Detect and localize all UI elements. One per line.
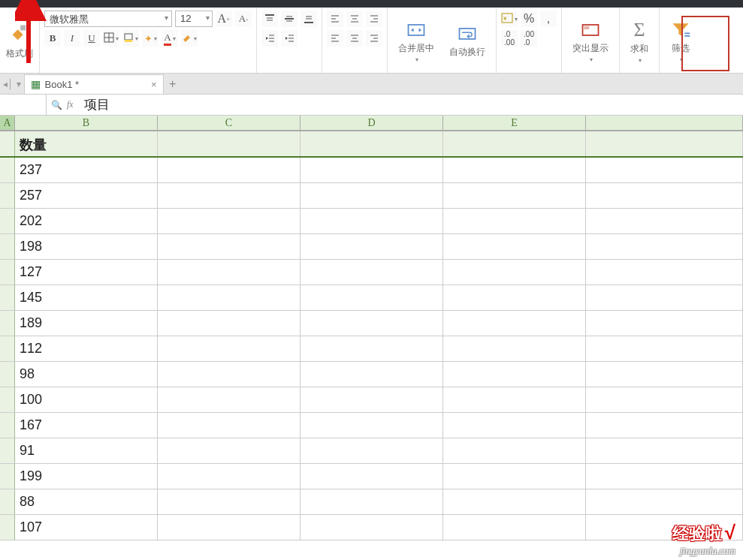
qat-dropdown-icon[interactable]: ▾ — [17, 79, 21, 89]
cell[interactable] — [443, 311, 586, 336]
close-tab-button[interactable]: × — [151, 79, 157, 90]
col-header-rest[interactable] — [586, 116, 743, 130]
col-header-E[interactable]: E — [443, 116, 586, 130]
cell[interactable] — [158, 362, 301, 387]
align-bottom-button[interactable] — [301, 11, 317, 27]
document-tab[interactable]: ▦ Book1 * × — [24, 74, 164, 94]
cell[interactable] — [301, 413, 443, 438]
cell[interactable] — [301, 158, 443, 182]
cell[interactable] — [586, 285, 743, 310]
align-middle-button[interactable] — [281, 11, 298, 27]
align-left2-button[interactable] — [327, 30, 343, 47]
cell[interactable] — [443, 515, 586, 540]
increase-font-button[interactable]: A+ — [216, 11, 232, 27]
cell[interactable] — [158, 413, 301, 438]
cell[interactable] — [158, 285, 301, 310]
cell[interactable]: 127 — [15, 260, 158, 285]
conditional-format-button[interactable]: 突出显示 — [566, 11, 615, 71]
cell[interactable] — [158, 489, 301, 514]
cell[interactable] — [0, 209, 15, 233]
cell[interactable] — [158, 260, 301, 285]
filter-button[interactable]: 筛选 — [664, 11, 697, 71]
font-color-button[interactable]: A — [162, 30, 178, 47]
cell[interactable] — [301, 464, 443, 489]
cell[interactable]: 202 — [15, 209, 158, 233]
cell[interactable] — [158, 183, 301, 208]
cell[interactable] — [443, 183, 586, 208]
cell[interactable] — [158, 515, 301, 540]
shape-fill-button[interactable]: ✦ — [142, 30, 159, 47]
cell[interactable] — [158, 234, 301, 259]
search-icon[interactable]: 🔍 — [51, 100, 62, 110]
cell[interactable]: 167 — [15, 413, 158, 438]
cell[interactable] — [301, 489, 443, 514]
cell[interactable] — [443, 234, 586, 259]
cell[interactable] — [301, 285, 443, 310]
cell[interactable] — [0, 515, 15, 540]
cell[interactable] — [586, 183, 743, 208]
cell[interactable] — [586, 158, 743, 182]
cell[interactable] — [0, 131, 15, 156]
highlight-button[interactable] — [181, 30, 198, 47]
format-painter-button[interactable]: 格式刷 — [5, 20, 35, 63]
cell[interactable] — [158, 131, 301, 156]
cell[interactable] — [158, 209, 301, 233]
cell[interactable] — [0, 285, 15, 310]
cell[interactable] — [0, 362, 15, 387]
cell[interactable]: 91 — [15, 438, 158, 463]
col-header-A[interactable]: A — [0, 116, 15, 130]
comma-button[interactable]: , — [540, 11, 557, 27]
cell[interactable] — [443, 489, 586, 514]
cell[interactable]: 237 — [15, 158, 158, 182]
align-right2-button[interactable] — [366, 30, 382, 47]
cell[interactable] — [443, 336, 586, 361]
align-center-button[interactable] — [346, 11, 363, 27]
cell[interactable] — [586, 362, 743, 387]
cell[interactable] — [586, 464, 743, 489]
cell[interactable] — [443, 260, 586, 285]
cell[interactable] — [443, 438, 586, 463]
fill-color-button[interactable] — [122, 30, 139, 47]
cell[interactable] — [0, 387, 15, 412]
align-center2-button[interactable] — [346, 30, 363, 47]
align-right-button[interactable] — [366, 11, 382, 27]
cell[interactable] — [0, 158, 15, 182]
cell[interactable] — [158, 158, 301, 182]
percent-button[interactable]: % — [521, 11, 537, 27]
cell[interactable] — [443, 285, 586, 310]
cell[interactable] — [301, 311, 443, 336]
cell[interactable] — [443, 131, 586, 156]
cell[interactable] — [301, 387, 443, 412]
name-box[interactable] — [0, 95, 47, 115]
cell[interactable] — [443, 387, 586, 412]
cell[interactable] — [301, 209, 443, 233]
qat-nav-icon[interactable]: ◂│ — [3, 79, 14, 89]
cell[interactable] — [443, 209, 586, 233]
col-header-B[interactable]: B — [15, 116, 158, 130]
cell[interactable] — [586, 336, 743, 361]
cell[interactable] — [0, 260, 15, 285]
increase-indent-button[interactable] — [281, 30, 298, 47]
cell[interactable] — [301, 234, 443, 259]
cell[interactable] — [158, 387, 301, 412]
cell[interactable] — [0, 438, 15, 463]
cell[interactable]: 198 — [15, 234, 158, 259]
cell[interactable] — [586, 387, 743, 412]
cell[interactable] — [0, 183, 15, 208]
cell[interactable] — [443, 413, 586, 438]
decrease-indent-button[interactable] — [261, 30, 278, 47]
cell[interactable] — [0, 311, 15, 336]
cell[interactable] — [301, 515, 443, 540]
number-format-select[interactable]: ¥ — [501, 11, 518, 27]
cell[interactable] — [158, 336, 301, 361]
cell[interactable] — [586, 260, 743, 285]
italic-button[interactable]: I — [64, 30, 80, 47]
cell[interactable] — [586, 131, 743, 156]
cell[interactable] — [301, 362, 443, 387]
cell[interactable]: 112 — [15, 336, 158, 361]
cell[interactable] — [301, 336, 443, 361]
cell[interactable]: 145 — [15, 285, 158, 310]
cell[interactable] — [158, 311, 301, 336]
cell[interactable] — [0, 413, 15, 438]
underline-button[interactable]: U — [83, 30, 100, 47]
